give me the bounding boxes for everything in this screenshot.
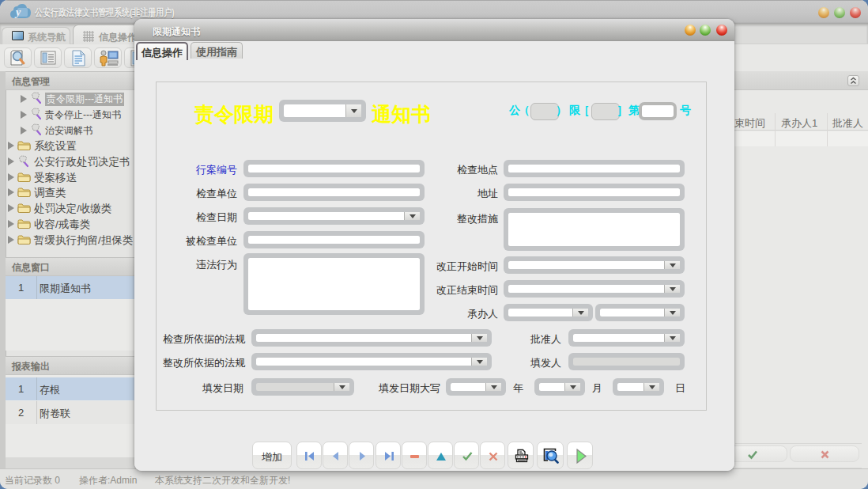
svg-text:y: y: [14, 6, 21, 18]
